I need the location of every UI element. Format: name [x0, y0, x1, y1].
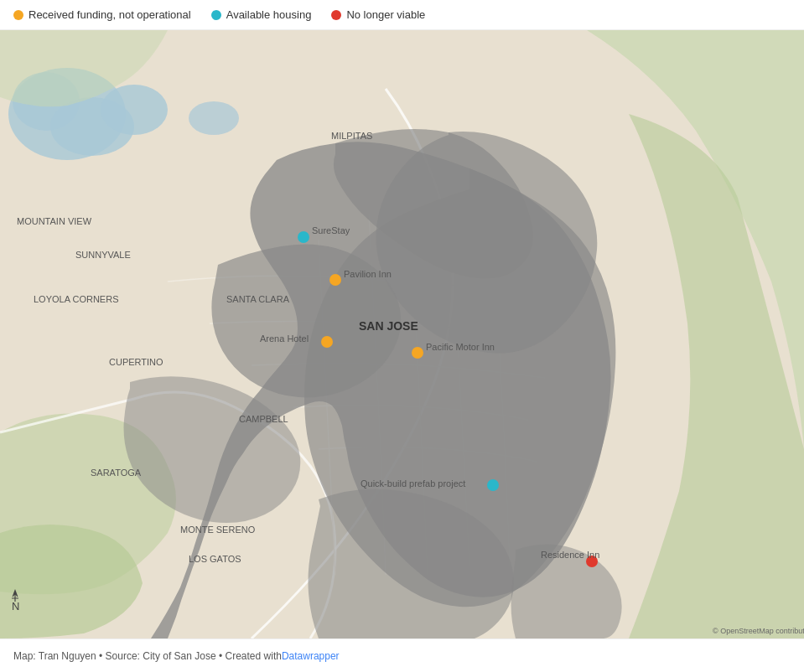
residence-inn-label: Residence Inn — [541, 550, 599, 560]
legend-dot-red — [331, 10, 341, 20]
santa-clara-label: SANTA CLARA — [226, 294, 290, 304]
san-jose-label: SAN JOSE — [359, 319, 418, 333]
quick-build-label: Quick-build prefab project — [361, 478, 465, 488]
svg-point-5 — [189, 101, 239, 135]
los-gatos-label: LOS GATOS — [189, 554, 241, 564]
legend-item-orange: Received funding, not operational — [13, 8, 191, 21]
datawrapper-link[interactable]: Datawrapper — [282, 650, 340, 662]
svg-point-4 — [101, 85, 168, 135]
footer: Map: Tran Nguyen • Source: City of San J… — [0, 638, 804, 672]
quick-build-dot[interactable] — [487, 479, 499, 491]
legend-item-red: No longer viable — [331, 8, 425, 21]
map-container: SureStay Pavilion Inn Arena Hotel Pacifi… — [0, 30, 804, 638]
footer-text: Map: Tran Nguyen • Source: City of San J… — [13, 650, 282, 662]
pacific-motor-inn-label: Pacific Motor Inn — [426, 342, 495, 352]
legend: Received funding, not operationalAvailab… — [0, 0, 804, 30]
campbell-label: CAMPBELL — [239, 414, 288, 424]
arena-hotel-label: Arena Hotel — [260, 333, 309, 344]
legend-label-orange: Received funding, not operational — [29, 8, 191, 21]
pavilion-inn-dot[interactable] — [329, 274, 341, 286]
mountain-view-label: MOUNTAIN VIEW — [17, 216, 92, 226]
suresay-label: SureStay — [312, 225, 350, 235]
legend-label-teal: Available housing — [226, 8, 312, 21]
legend-dot-teal — [211, 10, 221, 20]
milpitas-label: MILPITAS — [331, 131, 372, 141]
pavilion-inn-label: Pavilion Inn — [344, 269, 392, 279]
compass-n: N — [12, 600, 19, 613]
osm-credit: © OpenStreetMap contributors — [713, 627, 804, 635]
loyola-corners-label: LOYOLA CORNERS — [34, 294, 118, 304]
legend-label-red: No longer viable — [346, 8, 425, 21]
sunnyvale-label: SUNNYVALE — [75, 250, 131, 260]
monte-sereno-label: MONTE SERENO — [180, 525, 256, 535]
pacific-motor-inn-dot[interactable] — [412, 347, 423, 359]
arena-hotel-dot[interactable] — [321, 336, 333, 348]
cupertino-label: CUPERTINO — [109, 357, 163, 367]
saratoga-label: SARATOGA — [91, 468, 142, 478]
legend-dot-orange — [13, 10, 23, 20]
suresay-dot[interactable] — [298, 231, 309, 243]
legend-item-teal: Available housing — [211, 8, 312, 21]
